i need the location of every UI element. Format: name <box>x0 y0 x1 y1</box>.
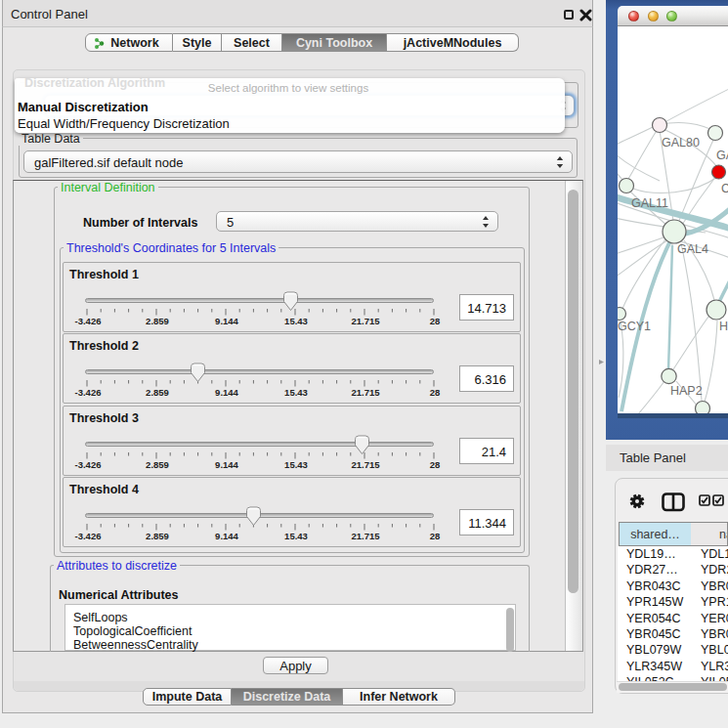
svg-text:GAL80: GAL80 <box>662 136 700 150</box>
svg-text:GAL: GAL <box>716 149 728 162</box>
svg-text:GAL11: GAL11 <box>631 196 668 210</box>
svg-text:GAL4: GAL4 <box>677 242 708 256</box>
svg-text:GCY1: GCY1 <box>618 320 651 333</box>
svg-text:HAP2: HAP2 <box>670 384 703 398</box>
svg-text:CY: CY <box>721 182 728 195</box>
svg-text:H: H <box>719 320 728 333</box>
